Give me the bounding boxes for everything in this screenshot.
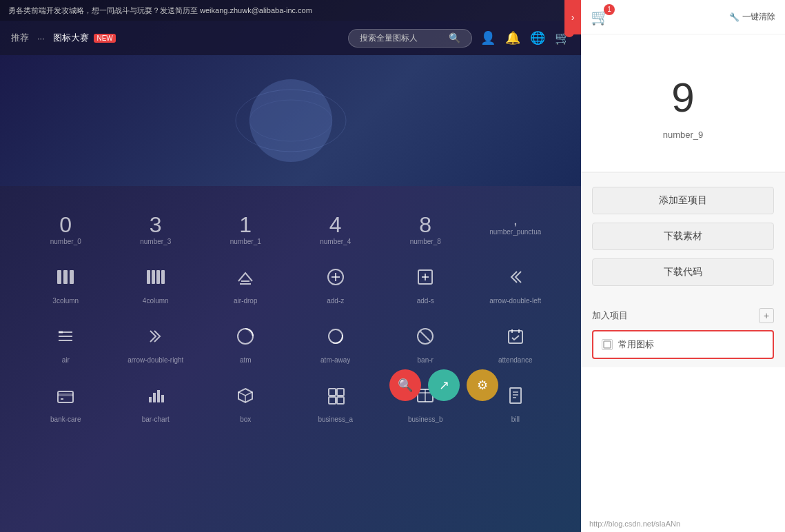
- svg-rect-40: [337, 397, 344, 404]
- download-assets-btn[interactable]: 下载素材: [592, 223, 774, 250]
- download-code-btn[interactable]: 下载代码: [592, 258, 774, 286]
- icon-symbol: [146, 327, 165, 351]
- icon-cell-arrow-double-right[interactable]: arrow-double-right: [111, 314, 201, 374]
- icon-cell-number4[interactable]: 4 number_4: [291, 200, 381, 255]
- panel-footer: http://blog.csdn.net/sIaANn: [581, 515, 785, 532]
- icon-label: ban-r: [418, 356, 434, 364]
- float-buttons: 🔍 ↗ ⚙: [389, 369, 498, 401]
- icon-symbol: [416, 267, 435, 291]
- top-banner: 勇各类前端开发攻城略，想一同战斗与玩耍？发送简历至 weikang.zhuwk@…: [0, 0, 581, 21]
- footer-url: http://blog.csdn.net/sIaANn: [589, 520, 680, 528]
- svg-rect-5: [147, 270, 150, 284]
- icon-label: 4column: [143, 297, 169, 305]
- svg-rect-39: [329, 397, 336, 404]
- svg-rect-32: [149, 397, 152, 402]
- icon-cell-4column[interactable]: 4column: [111, 255, 201, 314]
- icon-symbol: 3: [150, 212, 162, 238]
- icon-cell-bank-care[interactable]: bank-care: [21, 374, 111, 433]
- svg-rect-44: [510, 388, 521, 403]
- svg-rect-8: [161, 270, 165, 284]
- right-panel: › 🛒 1 🔧 一键清除 9 number_9 添加至项目 下载素材 下载代码 …: [581, 0, 785, 532]
- svg-rect-30: [58, 393, 73, 396]
- svg-point-0: [236, 90, 346, 152]
- plus-icon: +: [764, 310, 769, 321]
- icon-symbol: ,: [513, 212, 518, 228]
- nav-item-contest[interactable]: 图标大赛 NEW: [53, 32, 116, 44]
- hero-area: [0, 55, 581, 186]
- svg-rect-34: [157, 390, 160, 402]
- icon-symbol: [56, 267, 75, 291]
- panel-clear-btn[interactable]: 🔧 一键清除: [729, 11, 775, 23]
- svg-point-1: [249, 100, 332, 141]
- icon-symbol: [416, 327, 435, 351]
- icon-cell-number0[interactable]: 0 number_0: [21, 200, 111, 255]
- panel-project: 加入项目 + 常用图标: [581, 300, 785, 367]
- svg-rect-6: [152, 270, 155, 284]
- icon-cell-air-drop[interactable]: air-drop: [201, 255, 291, 314]
- icon-label: number_3: [140, 238, 171, 245]
- icon-cell-3column[interactable]: 3column: [21, 255, 111, 314]
- project-header: 加入项目 +: [592, 308, 774, 323]
- project-add-btn[interactable]: +: [759, 308, 774, 323]
- search-text: 搜索全量图标人: [360, 32, 418, 44]
- icon-label: arrow-double-right: [128, 356, 183, 364]
- icon-label: number_0: [50, 238, 81, 245]
- bell-icon[interactable]: 🔔: [505, 30, 520, 45]
- chevron-right-icon: ›: [571, 12, 575, 23]
- icon-label: bar-chart: [142, 416, 170, 423]
- preview-icon-label: number_9: [663, 130, 704, 140]
- settings-float-btn[interactable]: ⚙: [467, 369, 498, 401]
- icon-label: number_punctua: [489, 228, 541, 236]
- search-float-btn[interactable]: 🔍: [389, 369, 421, 401]
- icon-label: number_1: [230, 238, 261, 245]
- icon-cell-business-a[interactable]: business_a: [291, 374, 381, 433]
- globe-icon[interactable]: 🌐: [530, 30, 545, 45]
- user-icon[interactable]: 👤: [480, 30, 496, 45]
- project-item-icon: [602, 339, 613, 350]
- icon-cell-box[interactable]: box: [201, 374, 291, 433]
- icon-symbol: [326, 327, 345, 351]
- icon-symbol: [506, 267, 525, 291]
- project-item[interactable]: 常用图标: [592, 330, 774, 359]
- svg-rect-48: [604, 341, 611, 348]
- icon-label: attendance: [498, 356, 533, 364]
- svg-rect-4: [70, 270, 74, 284]
- cart-badge: 1: [604, 4, 615, 15]
- icon-symbol: [56, 327, 75, 351]
- icon-cell-number-punctua[interactable]: , number_punctua: [471, 200, 561, 255]
- nav-item-recommend[interactable]: 推荐: [11, 32, 29, 44]
- icon-cell-attendance[interactable]: attendance: [471, 314, 561, 374]
- icon-symbol: [56, 386, 75, 410]
- icon-symbol: [236, 327, 255, 351]
- icon-cell-add-z[interactable]: add-z: [291, 255, 381, 314]
- icon-cell-add-s[interactable]: add-s: [380, 255, 471, 314]
- icon-symbol: [326, 386, 345, 410]
- panel-toggle-btn[interactable]: ›: [564, 0, 581, 34]
- project-item-label: 常用图标: [618, 338, 654, 351]
- icon-label: 3column: [52, 297, 79, 305]
- icon-symbol: 1: [239, 212, 252, 238]
- add-to-project-btn[interactable]: 添加至项目: [592, 187, 774, 214]
- icon-cell-arrow-double-left[interactable]: arrow-double-left: [471, 255, 561, 314]
- preview-icon-display: 9: [671, 74, 694, 121]
- svg-rect-35: [161, 395, 164, 402]
- svg-rect-29: [58, 391, 73, 402]
- icon-cell-atm-away[interactable]: atm-away: [291, 314, 381, 374]
- icon-cell-number1[interactable]: 1 number_1: [201, 200, 291, 255]
- icon-symbol: 4: [329, 212, 342, 238]
- icon-label: number_8: [410, 238, 441, 245]
- icon-label: arrow-double-left: [489, 297, 541, 305]
- icon-cell-number8[interactable]: 8 number_8: [380, 200, 471, 255]
- broom-icon: 🔧: [729, 12, 740, 22]
- icon-cell-bar-chart[interactable]: bar-chart: [111, 374, 201, 433]
- share-float-btn[interactable]: ↗: [428, 369, 460, 401]
- icon-symbol: [506, 386, 525, 410]
- icon-cell-air[interactable]: air: [21, 314, 111, 374]
- icon-label: air-drop: [234, 297, 257, 305]
- icon-cell-ban-r[interactable]: ban-r: [380, 314, 471, 374]
- icon-label: bill: [511, 416, 520, 423]
- icon-cell-atm[interactable]: atm: [201, 314, 291, 374]
- nav-search[interactable]: 搜索全量图标人 🔍: [348, 29, 472, 48]
- nav-item-more[interactable]: ···: [37, 33, 45, 43]
- icon-cell-number3[interactable]: 3 number_3: [111, 200, 201, 255]
